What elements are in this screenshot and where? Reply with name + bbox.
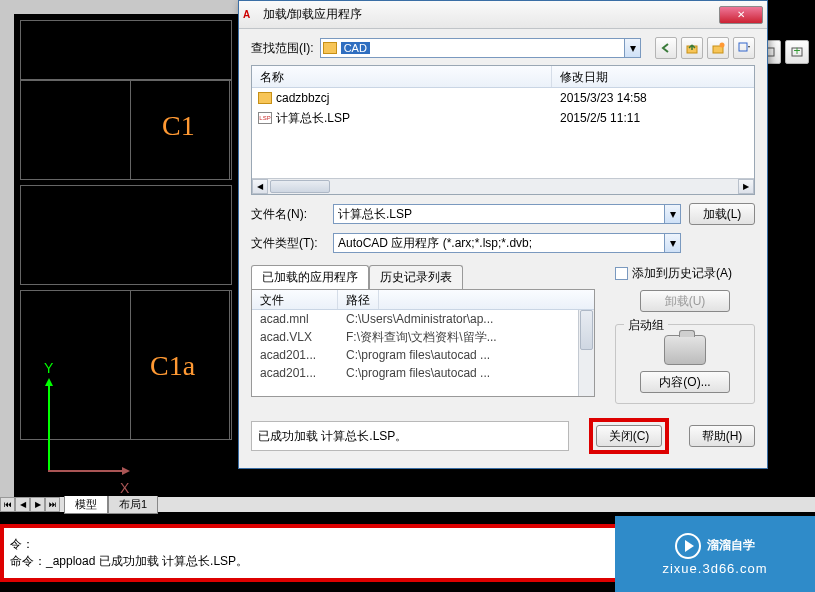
chevron-down-icon[interactable]: ▾	[664, 234, 680, 252]
viewport-tabbar: ⏮ ◀ ▶ ⏭ 模型 布局1	[0, 497, 815, 512]
cad-label-c1: C1	[162, 110, 195, 142]
loaded-file: acad201...	[252, 348, 338, 362]
filetype-field[interactable]: AutoCAD 应用程序 (*.arx;*.lsp;*.dvb; ▾	[333, 233, 681, 253]
play-icon	[675, 533, 701, 559]
briefcase-icon[interactable]	[664, 335, 706, 365]
filename-value: 计算总长.LSP	[338, 206, 412, 223]
col-date[interactable]: 修改日期	[552, 66, 754, 87]
svg-text:+: +	[793, 45, 800, 58]
axis-x-arrow	[48, 470, 128, 472]
close-button-highlight: 关闭(C)	[589, 418, 669, 454]
file-list-header: 名称 修改日期	[252, 66, 754, 88]
filename-field[interactable]: 计算总长.LSP ▾	[333, 204, 681, 224]
add-history-checkbox[interactable]: 添加到历史记录(A)	[615, 265, 755, 282]
filetype-label: 文件类型(T):	[251, 235, 325, 252]
tab-layout1[interactable]: 布局1	[108, 496, 158, 514]
file-row[interactable]: LSP计算总长.LSP2015/2/5 11:11	[252, 108, 754, 128]
loaded-path: F:\资料查询\文档资料\留学...	[338, 329, 497, 346]
status-text: 已成功加载 计算总长.LSP。	[258, 428, 407, 445]
col-file[interactable]: 文件	[252, 290, 338, 309]
titlebar[interactable]: A 加载/卸载应用程序 ✕	[239, 1, 767, 29]
loaded-path: C:\Users\Administrator\ap...	[338, 312, 493, 326]
axis-x-label: X	[120, 480, 129, 496]
file-date: 2015/3/23 14:58	[552, 91, 647, 105]
loaded-path: C:\program files\autocad ...	[338, 366, 490, 380]
cad-label-c1a: C1a	[150, 350, 195, 382]
loaded-file: acad.VLX	[252, 330, 338, 344]
cad-line	[20, 20, 232, 80]
tab-loaded-apps[interactable]: 已加载的应用程序	[251, 265, 369, 290]
scroll-thumb[interactable]	[270, 180, 330, 193]
ruler-top	[0, 0, 238, 14]
scroll-prev-icon[interactable]: ◀	[15, 497, 30, 512]
ruler-left	[0, 0, 14, 500]
up-folder-icon[interactable]	[681, 37, 703, 59]
back-icon[interactable]	[655, 37, 677, 59]
unload-button[interactable]: 卸载(U)	[640, 290, 730, 312]
file-name: cadzbbzcj	[276, 91, 552, 105]
svg-rect-8	[739, 43, 747, 51]
add-history-label: 添加到历史记录(A)	[632, 265, 732, 282]
file-name: 计算总长.LSP	[276, 110, 552, 127]
folder-icon	[323, 42, 337, 54]
close-icon[interactable]: ✕	[719, 6, 763, 24]
startup-group-title: 启动组	[624, 317, 668, 334]
col-name[interactable]: 名称	[252, 66, 552, 87]
load-button[interactable]: 加载(L)	[689, 203, 755, 225]
dialog-title: 加载/卸载应用程序	[263, 6, 719, 23]
view-menu-icon[interactable]	[733, 37, 755, 59]
help-button[interactable]: 帮助(H)	[689, 425, 755, 447]
look-in-combo[interactable]: CAD ▾	[320, 38, 641, 58]
chevron-down-icon[interactable]: ▾	[664, 205, 680, 223]
close-button[interactable]: 关闭(C)	[596, 425, 662, 447]
file-date: 2015/2/5 11:11	[552, 111, 640, 125]
loaded-list-vscroll[interactable]	[578, 310, 594, 396]
scroll-last-icon[interactable]: ⏭	[45, 497, 60, 512]
contents-button[interactable]: 内容(O)...	[640, 371, 730, 393]
tab-history-list[interactable]: 历史记录列表	[369, 265, 463, 290]
loaded-row[interactable]: acad.VLXF:\资料查询\文档资料\留学...	[252, 328, 594, 346]
scroll-next-icon[interactable]: ▶	[30, 497, 45, 512]
loaded-file: acad201...	[252, 366, 338, 380]
watermark-name: 溜溜自学	[707, 537, 755, 554]
cad-line	[20, 185, 232, 285]
axis-y-arrow	[48, 380, 50, 470]
watermark-url: zixue.3d66.com	[662, 561, 767, 576]
lsp-file-icon: LSP	[258, 112, 272, 124]
status-message: 已成功加载 计算总长.LSP。	[251, 421, 569, 451]
scroll-left-icon[interactable]: ◀	[252, 179, 268, 194]
loaded-row[interactable]: acad.mnlC:\Users\Administrator\ap...	[252, 310, 594, 328]
scroll-right-icon[interactable]: ▶	[738, 179, 754, 194]
scroll-thumb[interactable]	[580, 310, 593, 350]
svg-point-7	[720, 43, 725, 48]
tab-model[interactable]: 模型	[64, 496, 108, 514]
file-list[interactable]: 名称 修改日期 cadzbbzcj2015/3/23 14:58LSP计算总长.…	[251, 65, 755, 195]
add-icon[interactable]: +	[785, 40, 809, 64]
scroll-first-icon[interactable]: ⏮	[0, 497, 15, 512]
filetype-value: AutoCAD 应用程序 (*.arx;*.lsp;*.dvb;	[338, 235, 532, 252]
filename-label: 文件名(N):	[251, 206, 325, 223]
loaded-apps-list[interactable]: 文件 路径 acad.mnlC:\Users\Administrator\ap.…	[251, 289, 595, 397]
loaded-file: acad.mnl	[252, 312, 338, 326]
look-in-label: 查找范围(I):	[251, 40, 314, 57]
file-list-hscroll[interactable]: ◀ ▶	[252, 178, 754, 194]
watermark: 溜溜自学 zixue.3d66.com	[615, 516, 815, 592]
look-in-value: CAD	[341, 42, 370, 54]
startup-group: 启动组 内容(O)...	[615, 324, 755, 404]
loaded-path: C:\program files\autocad ...	[338, 348, 490, 362]
new-folder-icon[interactable]	[707, 37, 729, 59]
checkbox-icon	[615, 267, 628, 280]
file-row[interactable]: cadzbbzcj2015/3/23 14:58	[252, 88, 754, 108]
chevron-down-icon[interactable]: ▾	[624, 39, 640, 57]
appload-dialog: A 加载/卸载应用程序 ✕ 查找范围(I): CAD ▾ 名称 修改日期	[238, 0, 768, 469]
folder-icon	[258, 92, 272, 104]
app-icon: A	[243, 7, 259, 23]
loaded-row[interactable]: acad201...C:\program files\autocad ...	[252, 346, 594, 364]
col-path[interactable]: 路径	[338, 290, 379, 309]
loaded-row[interactable]: acad201...C:\program files\autocad ...	[252, 364, 594, 382]
